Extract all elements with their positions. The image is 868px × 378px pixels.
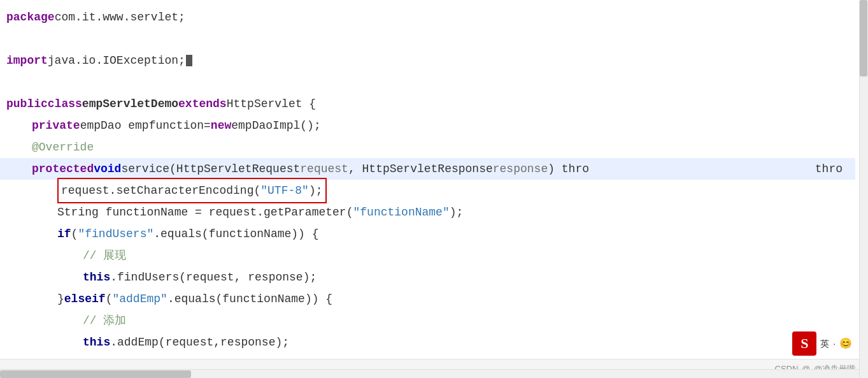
code-line: this.addEmp(request,response); xyxy=(0,331,855,353)
token-normal: service(HttpServletRequest xyxy=(121,158,300,180)
watermark: S 英 · 😊 xyxy=(792,331,852,356)
code-line: private empDao empfunction= new empDaoIm… xyxy=(0,115,855,136)
token-kw-darkblue: else xyxy=(64,288,92,310)
code-content: this.addEmp(request,response); xyxy=(83,331,289,353)
token-kw-blue: void xyxy=(94,158,121,180)
token-param: request xyxy=(300,158,348,180)
code-content: protected void service(HttpServletReques… xyxy=(32,158,589,180)
horizontal-scrollbar[interactable] xyxy=(0,369,859,378)
token-kw-darkblue: if xyxy=(57,223,71,245)
token-normal: empDao empfunction= xyxy=(80,115,211,136)
code-line: String functionName = request.getParamet… xyxy=(0,201,855,223)
token-kw-darkblue: this xyxy=(83,331,110,353)
code-line: protected void service(HttpServletReques… xyxy=(0,158,855,180)
token-comment: // 添加 xyxy=(83,310,126,331)
token-string: "functionName" xyxy=(353,201,449,223)
token-normal: ( xyxy=(71,223,78,245)
code-content: this.findUsers(request, response); xyxy=(83,266,317,288)
code-line: // 添加 xyxy=(0,310,855,331)
code-line: request.setCharacterEncoding("UTF-8"); xyxy=(0,180,855,201)
csdn-logo: S xyxy=(792,331,816,356)
token-normal: ); xyxy=(450,201,464,223)
token-string: "findUsers" xyxy=(78,223,153,245)
boxed-code: request.setCharacterEncoding("UTF-8"); xyxy=(57,178,327,203)
code-content: private empDao empfunction= new empDaoIm… xyxy=(32,115,321,136)
code-line xyxy=(0,28,855,50)
token-normal: ( xyxy=(106,288,113,310)
token-kw-darkblue: if xyxy=(92,288,106,310)
token-kw-darkblue: if xyxy=(92,353,106,359)
code-area: package com.it.www.servlet;import java.i… xyxy=(0,0,868,359)
token-normal: .addEmp(request,response); xyxy=(110,331,289,353)
token-normal: .findUsers(request, response); xyxy=(110,266,317,288)
vertical-scrollbar[interactable] xyxy=(859,0,868,378)
scrollbar-h-thumb[interactable] xyxy=(0,370,191,378)
token-normal: .equals(functionName)) { xyxy=(167,288,332,310)
token-normal: ) thro xyxy=(548,158,589,180)
code-content: // 添加 xyxy=(83,310,126,331)
lang-label: 英 xyxy=(820,338,829,349)
token-string: "UTF-8" xyxy=(260,184,309,197)
token-comment: // 展现 xyxy=(83,245,126,266)
code-content: }else if ("addEmp".equals(functionName))… xyxy=(57,288,332,310)
code-line: @Override xyxy=(0,136,855,158)
cursor xyxy=(186,55,192,66)
token-normal: String functionName = request.getParamet… xyxy=(57,201,353,223)
token-kw-purple: class xyxy=(48,93,82,115)
token-normal: .equals(functionName)) { xyxy=(153,223,318,245)
token-kw-purple: extends xyxy=(178,93,227,115)
watermark-label: 英 · 😊 xyxy=(820,337,852,350)
token-kw-darkblue: else xyxy=(64,353,92,359)
code-content: request.setCharacterEncoding("UTF-8"); xyxy=(57,178,327,203)
code-content: String functionName = request.getParamet… xyxy=(57,201,463,223)
code-line: package com.it.www.servlet; xyxy=(0,6,855,28)
code-line xyxy=(0,71,855,93)
code-line: }else if ("addEmp".equals(functionName))… xyxy=(0,288,855,310)
token-string: "findId" xyxy=(112,353,167,359)
token-kw-purple: import xyxy=(6,50,48,71)
code-content: if ("findUsers".equals(functionName)) { xyxy=(57,223,319,245)
token-normal: request.setCharacterEncoding( xyxy=(61,184,260,197)
overflow-text: thro xyxy=(815,158,843,180)
code-line: this.findUsers(request, response); xyxy=(0,266,855,288)
token-kw-purple: new xyxy=(211,115,231,136)
token-param: response xyxy=(493,158,548,180)
token-kw-darkblue: this xyxy=(83,266,110,288)
token-kw-purple: package xyxy=(6,6,55,28)
code-line: }else if ("findId".equals(functionName))… xyxy=(0,353,855,359)
code-content: @Override xyxy=(32,136,94,158)
token-normal: } xyxy=(57,288,64,310)
token-normal: ); xyxy=(309,184,323,197)
scrollbar-thumb[interactable] xyxy=(860,0,867,76)
code-content: // 展现 xyxy=(83,245,126,266)
token-normal: .equals(functionName)) { xyxy=(167,353,332,359)
code-content: }else if ("findId".equals(functionName))… xyxy=(57,353,332,359)
code-editor: package com.it.www.servlet;import java.i… xyxy=(0,0,868,378)
token-kw-purple: private xyxy=(32,115,80,136)
token-normal: ( xyxy=(106,353,113,359)
code-content: package com.it.www.servlet; xyxy=(6,6,185,28)
code-line: import java.io.IOException; xyxy=(0,50,855,71)
code-content: import java.io.IOException; xyxy=(6,50,192,71)
token-annotation: @Override xyxy=(32,136,94,158)
token-normal: HttpServlet { xyxy=(227,93,316,115)
token-normal: } xyxy=(57,353,64,359)
code-line: // 展现 xyxy=(0,245,855,266)
code-line: public class empServletDemo extends Http… xyxy=(0,93,855,115)
token-normal: java.io.IOException; xyxy=(48,50,185,71)
token-normal: com.it.www.servlet; xyxy=(55,6,185,28)
token-kw-purple: protected xyxy=(32,158,94,180)
code-line: if ("findUsers".equals(functionName)) { xyxy=(0,223,855,245)
code-content: public class empServletDemo extends Http… xyxy=(6,93,316,115)
token-string: "addEmp" xyxy=(112,288,167,310)
token-kw-purple: public xyxy=(6,93,48,115)
token-class-name: empServletDemo xyxy=(82,93,178,115)
token-normal: , HttpServletResponse xyxy=(348,158,493,180)
token-normal: empDaoImpl(); xyxy=(231,115,320,136)
